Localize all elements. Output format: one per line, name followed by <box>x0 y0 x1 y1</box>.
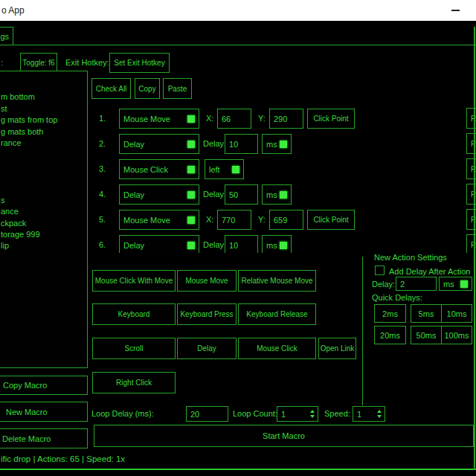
new-delay-input[interactable]: 2 <box>396 277 437 291</box>
loop-count-stepper[interactable]: 1 <box>277 406 318 422</box>
keyboard-button[interactable]: Keyboard <box>92 303 176 325</box>
minimize-button[interactable] <box>443 0 467 21</box>
list-item[interactable]: st <box>0 103 87 115</box>
paste-button[interactable]: Paste <box>163 78 192 99</box>
add-delay-checkbox[interactable] <box>375 266 385 275</box>
list-item[interactable]: torage 999 <box>0 229 87 240</box>
click-point-button[interactable]: Click Point <box>307 210 355 230</box>
minimize-icon <box>451 10 460 11</box>
titlebar: o App <box>0 0 476 21</box>
list-item[interactable]: ckpack <box>0 218 87 229</box>
mouse-button-dropdown[interactable]: left <box>205 159 244 179</box>
action-row-number: 1. <box>99 114 106 123</box>
macro-list: m bottom st g mats from top g mats both … <box>0 71 87 367</box>
delay-unit-dropdown[interactable]: ms <box>262 235 292 253</box>
set-exit-hotkey-button[interactable]: Set Exit Hotkey <box>109 53 170 73</box>
spinner-down-icon <box>377 415 382 418</box>
action-type-dropdown[interactable]: Mouse Move <box>119 109 199 129</box>
copy-button[interactable]: Copy <box>135 78 160 99</box>
mouse-click-with-move-button[interactable]: Mouse Click With Move <box>92 270 176 292</box>
loop-delay-input[interactable]: 20 <box>186 406 228 422</box>
spinner-arrows[interactable] <box>377 407 382 421</box>
list-item[interactable] <box>0 161 87 172</box>
window-title: o App <box>1 5 25 16</box>
dropdown-indicator-icon <box>187 166 195 173</box>
delay-input[interactable]: 50 <box>225 184 258 205</box>
speed-label: Speed: <box>324 409 350 418</box>
quick-delays-label: Quick Delays: <box>372 293 422 302</box>
x-input[interactable]: 770 <box>217 210 251 230</box>
list-item[interactable] <box>0 149 87 160</box>
action-type-dropdown[interactable]: Mouse Move <box>119 210 199 230</box>
loop-count-label: Loop Count: <box>233 409 277 418</box>
list-item[interactable] <box>0 184 87 195</box>
open-link-button[interactable]: Open Link <box>318 338 356 359</box>
toggle-hotkey-label: : <box>1 58 3 67</box>
check-all-button[interactable]: Check All <box>91 78 131 99</box>
action-type-value: Delay <box>123 190 144 199</box>
action-type-dropdown[interactable]: Delay <box>119 184 199 205</box>
app-window: o App gs : Toggle: f6 Exit Hotkey: Set E… <box>0 0 476 476</box>
list-item[interactable]: g mats from top <box>0 115 87 126</box>
y-input[interactable]: 659 <box>269 210 303 230</box>
list-item[interactable]: rance <box>0 138 87 149</box>
list-item[interactable]: ance <box>0 206 87 217</box>
action-row-number: 3. <box>99 164 106 173</box>
action-type-dropdown[interactable]: Delay <box>119 134 199 154</box>
tab-settings[interactable]: gs <box>0 27 13 45</box>
action-row-number: 5. <box>99 215 106 224</box>
copy-macro-button[interactable]: Copy Macro <box>0 376 88 395</box>
macro-list-panel[interactable]: m bottom st g mats from top g mats both … <box>0 71 88 368</box>
list-item[interactable] <box>0 172 87 183</box>
x-input[interactable]: 66 <box>217 109 251 129</box>
new-action-settings-title: New Action Settings <box>374 253 447 262</box>
quick-delay-10ms-button[interactable]: 10ms <box>441 304 472 323</box>
start-macro-button[interactable]: Start Macro <box>94 425 474 447</box>
list-item[interactable]: lip <box>0 240 87 251</box>
delay-label: Delay <box>203 190 224 199</box>
action-type-dropdown[interactable]: Mouse Click <box>119 159 199 179</box>
quick-delay-2ms-button[interactable]: 2ms <box>374 304 406 323</box>
keyboard-release-button[interactable]: Keyboard Release <box>238 303 316 325</box>
mouse-move-button[interactable]: Mouse Move <box>177 270 237 292</box>
spinner-arrows[interactable] <box>310 407 315 421</box>
delete-macro-button[interactable]: Delete Macro <box>0 428 88 448</box>
y-input[interactable]: 290 <box>269 109 303 129</box>
right-click-button[interactable]: Right Click <box>92 372 176 393</box>
quick-delay-100ms-button[interactable]: 100ms <box>441 326 472 344</box>
action-type-value: Delay <box>123 140 144 149</box>
new-macro-button[interactable]: New Macro <box>0 402 88 422</box>
list-item[interactable]: g mats both <box>0 126 87 138</box>
list-item[interactable]: m bottom <box>0 91 87 103</box>
scroll-button[interactable]: Scroll <box>92 338 176 359</box>
window-right-border <box>474 27 475 470</box>
delay-unit-dropdown[interactable]: ms <box>262 134 292 154</box>
delay-label: Delay <box>203 139 224 148</box>
delay-input[interactable]: 10 <box>225 134 258 154</box>
new-delay-unit-value: ms <box>443 280 454 289</box>
quick-delay-5ms-button[interactable]: 5ms <box>411 304 442 323</box>
x-label: X: <box>206 215 213 224</box>
delay-unit-dropdown[interactable]: ms <box>262 184 292 205</box>
toggle-hotkey-button[interactable]: Toggle: f6 <box>20 53 57 73</box>
delay-input[interactable]: 10 <box>225 235 258 253</box>
quick-delay-20ms-button[interactable]: 20ms <box>374 326 406 344</box>
new-delay-unit-dropdown[interactable]: ms <box>439 277 472 291</box>
spinner-down-icon <box>310 415 315 418</box>
delay-button[interactable]: Delay <box>177 338 237 359</box>
mouse-click-button[interactable]: Mouse Click <box>238 338 316 359</box>
actions-panel: Check All Copy Paste 1. Mouse Move X: 66… <box>89 71 476 253</box>
loop-count-value: 1 <box>281 410 286 419</box>
quick-delay-50ms-button[interactable]: 50ms <box>411 326 442 344</box>
click-point-button[interactable]: Click Point <box>307 109 355 129</box>
loop-delay-label: Loop Delay (ms): <box>91 409 154 418</box>
action-type-dropdown[interactable]: Delay <box>119 235 199 253</box>
speed-stepper[interactable]: 1 <box>353 406 385 422</box>
action-type-value: Mouse Click <box>123 165 168 174</box>
spinner-up-icon <box>377 410 382 413</box>
relative-mouse-move-button[interactable]: Relative Mouse Move <box>238 270 316 292</box>
list-item[interactable]: s <box>0 195 87 206</box>
keyboard-press-button[interactable]: Keyboard Press <box>177 303 237 325</box>
list-item[interactable] <box>0 80 87 91</box>
y-label: Y: <box>258 114 266 123</box>
